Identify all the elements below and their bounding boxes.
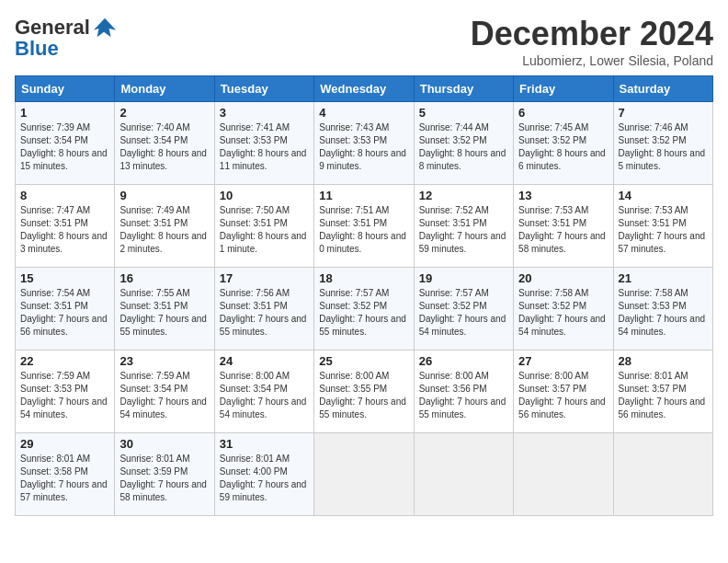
header-friday: Friday [514,76,613,102]
calendar-cell: 7 Sunrise: 7:46 AM Sunset: 3:52 PM Dayli… [613,102,712,185]
calendar-cell: 4 Sunrise: 7:43 AM Sunset: 3:53 PM Dayli… [314,102,414,185]
location-subtitle: Lubomierz, Lower Silesia, Poland [471,53,713,68]
logo-bird-icon [92,15,118,40]
day-number: 9 [119,189,209,202]
day-content: Sunrise: 7:39 AM Sunset: 3:54 PM Dayligh… [20,121,109,173]
header-thursday: Thursday [414,76,513,102]
day-number: 17 [220,271,309,285]
day-content: Sunrise: 8:00 AM Sunset: 3:55 PM Dayligh… [319,370,408,421]
calendar-cell: 29 Sunrise: 8:01 AM Sunset: 3:58 PM Dayl… [16,433,115,516]
day-content: Sunrise: 8:00 AM Sunset: 3:56 PM Dayligh… [419,370,508,421]
svg-marker-0 [94,18,116,38]
day-number: 10 [220,189,309,202]
calendar-cell: 17 Sunrise: 7:56 AM Sunset: 3:51 PM Dayl… [214,268,313,350]
calendar-cell: 16 Sunrise: 7:55 AM Sunset: 3:51 PM Dayl… [115,268,214,350]
day-content: Sunrise: 7:45 AM Sunset: 3:52 PM Dayligh… [518,121,608,173]
header-monday: Monday [115,76,214,102]
header-wednesday: Wednesday [314,76,414,102]
calendar-cell: 11 Sunrise: 7:51 AM Sunset: 3:51 PM Dayl… [314,185,414,268]
day-number: 12 [419,189,508,202]
calendar-cell: 20 Sunrise: 7:58 AM Sunset: 3:52 PM Dayl… [514,268,613,350]
day-content: Sunrise: 7:59 AM Sunset: 3:54 PM Dayligh… [119,370,209,421]
day-number: 22 [20,354,109,368]
calendar-cell: 25 Sunrise: 8:00 AM Sunset: 3:55 PM Dayl… [314,350,414,433]
title-area: December 2024 Lubomierz, Lower Silesia, … [471,15,713,68]
calendar-cell [613,433,712,516]
day-number: 28 [619,354,708,368]
calendar-cell: 21 Sunrise: 7:58 AM Sunset: 3:53 PM Dayl… [613,268,712,350]
calendar-cell: 10 Sunrise: 7:50 AM Sunset: 3:51 PM Dayl… [214,185,313,268]
day-number: 27 [518,354,608,368]
day-content: Sunrise: 7:53 AM Sunset: 3:51 PM Dayligh… [619,204,708,256]
day-number: 8 [20,189,109,202]
day-number: 7 [619,106,708,120]
day-number: 14 [619,189,708,202]
calendar-cell: 8 Sunrise: 7:47 AM Sunset: 3:51 PM Dayli… [16,185,115,268]
calendar-cell [414,433,513,516]
day-content: Sunrise: 7:53 AM Sunset: 3:51 PM Dayligh… [518,204,608,256]
day-number: 4 [319,106,408,120]
day-content: Sunrise: 7:58 AM Sunset: 3:52 PM Dayligh… [518,287,608,339]
calendar-cell: 19 Sunrise: 7:57 AM Sunset: 3:52 PM Dayl… [414,268,513,350]
calendar-cell: 1 Sunrise: 7:39 AM Sunset: 3:54 PM Dayli… [16,102,115,185]
calendar-cell: 13 Sunrise: 7:53 AM Sunset: 3:51 PM Dayl… [514,185,613,268]
calendar-header-row: Sunday Monday Tuesday Wednesday Thursday… [16,76,713,102]
day-content: Sunrise: 7:50 AM Sunset: 3:51 PM Dayligh… [220,204,309,256]
header-tuesday: Tuesday [214,76,313,102]
logo: General Blue [15,15,118,61]
day-content: Sunrise: 8:00 AM Sunset: 3:57 PM Dayligh… [518,370,608,421]
calendar-cell: 6 Sunrise: 7:45 AM Sunset: 3:52 PM Dayli… [514,102,613,185]
day-content: Sunrise: 8:00 AM Sunset: 3:54 PM Dayligh… [220,370,309,421]
day-number: 30 [119,437,209,451]
day-content: Sunrise: 7:46 AM Sunset: 3:52 PM Dayligh… [619,121,708,173]
calendar-row: 15 Sunrise: 7:54 AM Sunset: 3:51 PM Dayl… [16,268,713,350]
day-number: 5 [419,106,508,120]
calendar-cell: 12 Sunrise: 7:52 AM Sunset: 3:51 PM Dayl… [414,185,513,268]
header-saturday: Saturday [613,76,712,102]
day-number: 1 [20,106,109,120]
calendar-cell: 24 Sunrise: 8:00 AM Sunset: 3:54 PM Dayl… [214,350,313,433]
calendar-cell: 22 Sunrise: 7:59 AM Sunset: 3:53 PM Dayl… [16,350,115,433]
calendar-row: 22 Sunrise: 7:59 AM Sunset: 3:53 PM Dayl… [16,350,713,433]
calendar-cell: 23 Sunrise: 7:59 AM Sunset: 3:54 PM Dayl… [115,350,214,433]
day-content: Sunrise: 7:41 AM Sunset: 3:53 PM Dayligh… [220,121,309,173]
day-content: Sunrise: 8:01 AM Sunset: 3:57 PM Dayligh… [619,370,708,421]
calendar-cell: 27 Sunrise: 8:00 AM Sunset: 3:57 PM Dayl… [514,350,613,433]
day-number: 25 [319,354,408,368]
day-number: 13 [518,189,608,202]
day-content: Sunrise: 7:40 AM Sunset: 3:54 PM Dayligh… [119,121,209,173]
calendar-cell: 3 Sunrise: 7:41 AM Sunset: 3:53 PM Dayli… [214,102,313,185]
calendar-table: Sunday Monday Tuesday Wednesday Thursday… [15,75,713,516]
day-number: 18 [319,271,408,285]
header-sunday: Sunday [16,76,115,102]
day-content: Sunrise: 7:44 AM Sunset: 3:52 PM Dayligh… [419,121,508,173]
month-title: December 2024 [471,15,713,53]
day-number: 26 [419,354,508,368]
page-header: General Blue December 2024 Lubomierz, Lo… [15,15,713,68]
day-content: Sunrise: 8:01 AM Sunset: 3:58 PM Dayligh… [20,453,109,504]
day-number: 6 [518,106,608,120]
day-number: 15 [20,271,109,285]
calendar-cell [514,433,613,516]
day-content: Sunrise: 7:59 AM Sunset: 3:53 PM Dayligh… [20,370,109,421]
calendar-row: 1 Sunrise: 7:39 AM Sunset: 3:54 PM Dayli… [16,102,713,185]
day-content: Sunrise: 7:57 AM Sunset: 3:52 PM Dayligh… [419,287,508,339]
calendar-cell: 28 Sunrise: 8:01 AM Sunset: 3:57 PM Dayl… [613,350,712,433]
day-number: 29 [20,437,109,451]
day-content: Sunrise: 7:51 AM Sunset: 3:51 PM Dayligh… [319,204,408,256]
calendar-cell: 31 Sunrise: 8:01 AM Sunset: 4:00 PM Dayl… [214,433,313,516]
day-number: 11 [319,189,408,202]
calendar-cell: 18 Sunrise: 7:57 AM Sunset: 3:52 PM Dayl… [314,268,414,350]
day-content: Sunrise: 7:58 AM Sunset: 3:53 PM Dayligh… [619,287,708,339]
day-number: 19 [419,271,508,285]
day-number: 24 [220,354,309,368]
day-number: 20 [518,271,608,285]
calendar-row: 8 Sunrise: 7:47 AM Sunset: 3:51 PM Dayli… [16,185,713,268]
day-content: Sunrise: 7:54 AM Sunset: 3:51 PM Dayligh… [20,287,109,339]
day-content: Sunrise: 7:52 AM Sunset: 3:51 PM Dayligh… [419,204,508,256]
day-content: Sunrise: 7:55 AM Sunset: 3:51 PM Dayligh… [119,287,209,339]
calendar-cell: 14 Sunrise: 7:53 AM Sunset: 3:51 PM Dayl… [613,185,712,268]
logo-blue-text: Blue [15,37,59,61]
calendar-cell: 9 Sunrise: 7:49 AM Sunset: 3:51 PM Dayli… [115,185,214,268]
calendar-cell: 30 Sunrise: 8:01 AM Sunset: 3:59 PM Dayl… [115,433,214,516]
